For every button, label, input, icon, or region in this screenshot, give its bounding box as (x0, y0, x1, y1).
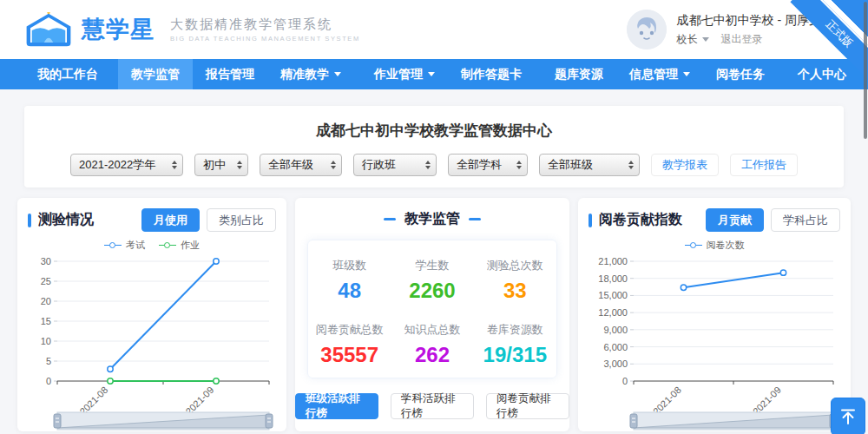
svg-text:2021-08: 2021-08 (651, 385, 683, 417)
title-accent-bar (589, 214, 592, 227)
monthly-contribution-tab[interactable]: 月贡献 (706, 208, 764, 232)
nav-item-label: 作业管理 (374, 67, 423, 82)
page-title: 成都七中初中学校教学监管数据中心 (24, 121, 844, 141)
role-dropdown[interactable]: 校长 (677, 32, 709, 47)
nav-item-precision-teaching[interactable]: 精准教学 (267, 59, 354, 89)
svg-text:6,000: 6,000 (603, 342, 628, 352)
title-accent-bar (28, 214, 31, 227)
stat-test-total: 测验总次数 33 (474, 258, 556, 303)
select-class[interactable]: 全部班级 (539, 154, 640, 176)
stat-student-count: 学生数 2260 (391, 258, 473, 303)
select-value: 全部学科 (457, 157, 502, 173)
chevron-down-icon (702, 37, 709, 42)
stats-card: 班级数 48 学生数 2260 测验总次数 33 阅卷贡献总数 35557 (307, 240, 557, 378)
legend-marker-icon (104, 241, 122, 249)
svg-text:21,000: 21,000 (598, 256, 628, 266)
nav-item-teaching-supervision[interactable]: 教学监管 (118, 59, 193, 89)
filter-card: 成都七中初中学校教学监管数据中心 2021-2022学年 初中 全部年级 行政班… (24, 106, 844, 187)
select-value: 初中 (203, 157, 226, 173)
panel-title: 教学监管 (404, 210, 460, 228)
nav-item-homework-management[interactable]: 作业管理 (361, 59, 448, 89)
version-ribbon-label: 正式版 (790, 0, 868, 80)
svg-text:15,000: 15,000 (598, 290, 628, 300)
logo-icon (24, 10, 73, 49)
svg-text:30: 30 (41, 256, 51, 266)
svg-text:10: 10 (41, 336, 51, 346)
stat-grading-total: 阅卷贡献总数 35557 (308, 322, 391, 367)
app-logo: 慧学星 大数据精准教学管理系统 BIG DATA TEACHING MANAGE… (24, 10, 360, 49)
select-value: 2021-2022学年 (79, 157, 155, 173)
select-class-type[interactable]: 行政班 (353, 154, 437, 176)
stat-value: 262 (391, 343, 473, 367)
stat-label: 阅卷贡献总数 (308, 322, 391, 338)
stat-value: 48 (308, 279, 391, 303)
legend-item[interactable]: 考试 (104, 239, 145, 252)
grading-contribution-rank-button[interactable]: 阅卷贡献排行榜 (486, 393, 569, 419)
select-subject[interactable]: 全部学科 (448, 154, 528, 176)
back-to-top-button[interactable] (831, 398, 865, 434)
logout-link[interactable]: 退出登录 (721, 32, 763, 47)
nav-item-answer-card[interactable]: 制作答题卡 (448, 59, 535, 89)
svg-text:9,000: 9,000 (603, 325, 628, 335)
legend-item[interactable]: 阅卷次数 (685, 239, 745, 252)
datazoom-slider[interactable] (630, 412, 837, 430)
nav-item-grading-tasks[interactable]: 阅卷任务 (703, 59, 778, 89)
brand-subtitle-cn: 大数据精准教学管理系统 (170, 16, 360, 33)
select-value: 全部班级 (548, 157, 593, 173)
svg-text:2021-09: 2021-09 (751, 385, 783, 417)
chevron-down-icon (334, 72, 341, 76)
select-grade[interactable]: 全部年级 (260, 154, 342, 176)
arrow-up-to-line-icon (838, 407, 858, 426)
spinner-icon (172, 161, 177, 169)
nav-item-label: 信息管理 (629, 67, 678, 82)
spinner-icon (628, 161, 634, 169)
filter-row: 2021-2022学年 初中 全部年级 行政班 全部学科 全部班级 教学报表 工… (24, 154, 844, 176)
nav-item-workbench[interactable]: 我的工作台 (24, 59, 111, 89)
title-dash-icon (384, 218, 396, 220)
legend-item[interactable]: 作业 (159, 239, 200, 252)
svg-text:5: 5 (46, 356, 51, 366)
spinner-icon (237, 161, 242, 169)
svg-text:18,000: 18,000 (598, 273, 628, 284)
datazoom-handle-right[interactable] (266, 414, 273, 428)
select-value: 全部年级 (268, 157, 313, 173)
spinner-icon (331, 161, 336, 169)
legend-marker-icon (685, 241, 702, 249)
panel-title: 阅卷贡献指数 (599, 211, 682, 229)
nav-item-info-management[interactable]: 信息管理 (616, 59, 703, 89)
legend-marker-icon (159, 241, 176, 249)
subject-activity-rank-button[interactable]: 学科活跃排行榜 (391, 393, 474, 419)
class-activity-rank-button[interactable]: 班级活跃排行榜 (295, 393, 378, 419)
select-school-year[interactable]: 2021-2022学年 (70, 154, 183, 176)
stat-label: 知识点总数 (391, 322, 473, 338)
avatar[interactable] (627, 10, 667, 49)
brand-name: 慧学星 (82, 14, 155, 45)
chart-container: 03,0006,0009,00012,00015,00018,00021,000… (578, 253, 851, 431)
datazoom-handle-left[interactable] (630, 414, 637, 428)
svg-text:0: 0 (622, 376, 628, 386)
stat-value: 19/315 (474, 343, 556, 367)
brand-subtitle-en: BIG DATA TEACHING MANAGEMENT SYSTEM (170, 35, 360, 43)
nav-item-report-management[interactable]: 报告管理 (193, 59, 267, 89)
chart-legend: 阅卷次数 (578, 237, 851, 253)
category-ratio-tab[interactable]: 类别占比 (207, 208, 276, 232)
datazoom-handle-left[interactable] (54, 414, 61, 428)
stat-paper-resources: 卷库资源数 19/315 (474, 322, 556, 367)
stat-label: 测验总次数 (474, 258, 556, 273)
page-scrollbar[interactable] (864, 2, 867, 139)
select-stage[interactable]: 初中 (194, 154, 248, 176)
title-dash-icon (469, 218, 481, 220)
nav-item-label: 精准教学 (280, 67, 329, 82)
stat-class-count: 班级数 48 (308, 258, 391, 303)
work-report-button[interactable]: 工作报告 (730, 154, 798, 176)
svg-text:20: 20 (41, 296, 51, 306)
datazoom-slider[interactable] (54, 412, 273, 430)
chart-svg: 03,0006,0009,00012,00015,00018,00021,000… (589, 253, 840, 431)
svg-text:25: 25 (41, 276, 51, 286)
subject-ratio-tab[interactable]: 学科占比 (771, 208, 840, 232)
teaching-report-button[interactable]: 教学报表 (651, 154, 719, 176)
role-label: 校长 (677, 32, 698, 47)
nav-item-question-bank[interactable]: 题库资源 (542, 59, 616, 89)
spinner-icon (425, 161, 431, 169)
monthly-usage-tab[interactable]: 月使用 (141, 208, 200, 232)
